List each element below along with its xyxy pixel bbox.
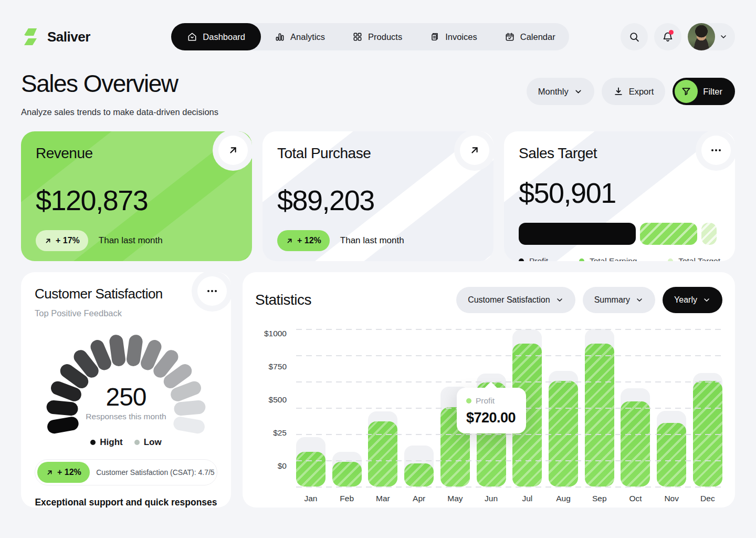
legend-dot [579, 258, 584, 261]
bar-fill [368, 421, 397, 487]
period-value: Monthly [538, 87, 569, 97]
x-tick-label: Aug [549, 494, 578, 503]
y-axis-labels: $1000$750$500$25$0 [255, 329, 287, 487]
revenue-open-button[interactable] [218, 136, 248, 165]
profit-dot [466, 398, 471, 404]
summary-selector[interactable]: Summary [583, 287, 655, 313]
legend-item-hight: Hight [90, 437, 122, 448]
page-head-left: Sales Overview Analyze sales trends to m… [21, 69, 218, 117]
y-tick-label: $25 [273, 428, 287, 438]
chart-tooltip: Profit $720.00 [457, 388, 526, 433]
sales-target-progress [519, 223, 720, 245]
notifications-button[interactable] [654, 23, 681, 50]
low-dot [134, 440, 140, 445]
chevron-down-icon [555, 296, 564, 304]
search-icon [628, 31, 640, 43]
filter-label: Filter [703, 87, 722, 97]
x-tick-label: Feb [332, 494, 362, 503]
customer-satisfaction-card: Customer Satisfaction Top Positive Feedb… [21, 272, 231, 508]
nav-item-dashboard[interactable]: Dashboard [171, 23, 261, 50]
legend-item-total-earning: Total Earning [579, 256, 637, 261]
x-axis-labels: JanFebMarAprMayJunJulAugSepOctNovDec [296, 494, 722, 503]
total-purchase-card: Total Purchase $89,203 + 12% Than last m… [262, 131, 494, 261]
csat-score-text: Customer Satisfaction (CSAT): 4.7/5 [96, 468, 215, 477]
bar-fill [585, 344, 614, 487]
page-head: Sales Overview Analyze sales trends to m… [21, 69, 735, 117]
nav-item-label: Dashboard [203, 32, 245, 42]
total-purchase-open-button[interactable] [460, 136, 489, 165]
revenue-note: Than last month [99, 235, 163, 246]
period-selector[interactable]: Monthly [527, 78, 594, 105]
csat-delta-badge: + 12% [37, 462, 90, 483]
arrow-up-right-icon [44, 237, 52, 245]
nav-item-products[interactable]: Products [339, 23, 416, 50]
notification-dot [669, 30, 674, 35]
total-purchase-delta-badge: + 12% [277, 230, 330, 251]
brand-name: Saliver [47, 29, 90, 45]
total-purchase-note: Than last month [340, 235, 404, 246]
profile-menu[interactable] [688, 23, 735, 50]
invoices-icon [429, 32, 440, 42]
arrow-up-right-icon [46, 469, 54, 477]
nav-item-invoices[interactable]: Invoices [416, 23, 491, 50]
chevron-down-icon [635, 296, 644, 304]
revenue-title: Revenue [36, 145, 237, 162]
y-tick-label: $500 [269, 395, 287, 405]
customer-satisfaction-subtitle: Top Positive Feedback [35, 308, 217, 318]
statistics-card: Statistics Customer Satisfaction Summary… [243, 272, 735, 508]
chevron-down-icon [719, 33, 728, 41]
nav-item-analytics[interactable]: Analytics [261, 23, 339, 50]
y-tick-label: $0 [278, 461, 287, 471]
y-tick-label: $1000 [264, 329, 287, 338]
brand-logo: Saliver [21, 27, 142, 47]
x-tick-label: May [440, 494, 470, 503]
progress-segment-profit [519, 223, 636, 245]
nav-item-calendar[interactable]: Calendar [491, 23, 569, 50]
search-button[interactable] [621, 23, 648, 50]
filter-button[interactable]: Filter [673, 78, 735, 105]
legend-item-total-target: Total Target [668, 256, 720, 261]
avatar [688, 23, 715, 50]
legend-dot [668, 258, 673, 261]
sales-dashboard-page: Saliver DashboardAnalyticsProductsInvoic… [0, 0, 756, 538]
y-tick-label: $750 [269, 362, 287, 371]
x-tick-label: Sep [585, 494, 614, 503]
x-tick-label: Nov [657, 494, 686, 503]
csat-footer-text: Exceptional support and quick responses [35, 497, 217, 508]
customer-satisfaction-menu-button[interactable] [197, 276, 227, 306]
gridline [296, 487, 722, 488]
topbar: Saliver DashboardAnalyticsProductsInvoic… [21, 23, 735, 50]
sales-target-legend: ProfitTotal EarningTotal Target [519, 256, 720, 261]
ellipsis-icon [206, 285, 218, 297]
tooltip-label: Profit [466, 396, 517, 406]
tooltip-value: $720.00 [466, 410, 517, 426]
home-icon [187, 32, 197, 42]
chevron-down-icon [574, 87, 583, 96]
range-selector[interactable]: Yearly [663, 287, 722, 313]
products-icon [352, 32, 363, 42]
total-purchase-title: Total Purchase [277, 145, 479, 162]
sales-target-menu-button[interactable] [701, 136, 731, 165]
hight-dot [90, 440, 96, 445]
nav-item-label: Products [368, 32, 402, 42]
statistics-filters: Customer Satisfaction Summary Yearly [456, 287, 722, 313]
gauge-caption: Responses this month [42, 412, 210, 421]
bottom-row: Customer Satisfaction Top Positive Feedb… [21, 272, 735, 508]
x-tick-label: Oct [621, 494, 650, 503]
bar-fill [657, 423, 686, 487]
sales-target-value: $50,901 [519, 177, 720, 209]
bar-fill [296, 452, 326, 487]
gridline [296, 355, 722, 356]
bar-fill [404, 463, 434, 487]
export-button[interactable]: Export [602, 78, 666, 105]
funnel-icon [675, 80, 698, 103]
x-tick-label: Jun [477, 494, 506, 503]
sales-target-title: Sales Target [519, 145, 720, 162]
export-label: Export [629, 87, 654, 97]
gauge-legend: Hight Low [35, 437, 217, 448]
metric-selector[interactable]: Customer Satisfaction [456, 287, 575, 313]
revenue-value: $120,873 [36, 184, 237, 216]
legend-item-profit: Profit [519, 256, 548, 261]
ellipsis-icon [710, 144, 722, 157]
x-tick-label: Jan [296, 494, 326, 503]
